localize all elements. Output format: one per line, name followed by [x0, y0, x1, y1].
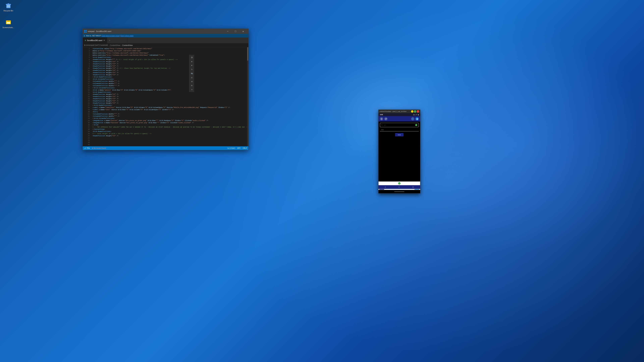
status-error-text: No issues found	[94, 147, 106, 149]
phone-scrollbar-thumb[interactable]	[379, 189, 384, 190]
code-line: xmlns:controls="http://schemas.microsoft…	[91, 52, 247, 54]
breadcrumb-item-project[interactable]: ⊕ mmonpad (net7.0-android)	[84, 44, 108, 46]
app-icon-1[interactable]: ⊕	[380, 117, 383, 120]
line-numbers: 12345 678910 1112131415 1617181920 21222…	[83, 47, 91, 146]
code-line: <Grid.RowDefinitions>	[91, 91, 247, 93]
code-editor[interactable]: <ContentView xmlns="http://schemas.micro…	[91, 47, 247, 146]
code-line: xmlns:controls="http://schemas.microsoft…	[91, 54, 247, 56]
toolbar-zoom-btn[interactable]: ⊕	[190, 80, 194, 83]
phone-status-bar: 3:05 ▲▲ ≋ ▮	[378, 113, 420, 116]
app-input-area: ✎ test	[380, 123, 419, 127]
info-link[interactable]: Click here to learn more	[102, 35, 120, 37]
code-line: <ContentView xmlns="http://schemas.micro…	[91, 48, 247, 50]
svg-point-8	[6, 21, 7, 21]
recycle-bin-icon[interactable]: Recycle Bin	[2, 2, 15, 12]
code-line: <Grid.RowDefinitions>	[91, 131, 247, 133]
vscode-editor-area: 12345 678910 1112131415 1617181920 21222…	[83, 47, 248, 146]
emulator-maximize[interactable]: □	[414, 110, 416, 113]
window-controls: ─ □ ✕	[224, 29, 247, 34]
toolbar-location-btn[interactable]: ◎	[190, 76, 194, 79]
status-branch[interactable]: ⎇ 75%	[84, 147, 90, 149]
status-branch-text: 75%	[86, 147, 90, 149]
screenshots-image	[5, 19, 12, 26]
vscode-scrollbar[interactable]	[247, 47, 248, 146]
status-errors[interactable]: ⊗ No issues found	[92, 147, 106, 149]
tab-close-btn[interactable]: ✕	[103, 39, 105, 41]
breadcrumb-sep-1: ›	[108, 44, 109, 46]
app-check-icon[interactable]: ✓	[398, 182, 400, 185]
emulator-close[interactable]: ✕	[417, 110, 419, 113]
vscode-info-bar: ℹ New to .NET MAUI? Click here to learn …	[83, 34, 248, 37]
breadcrumb-item-2[interactable]: ContentView	[122, 44, 133, 46]
breadcrumb-item-1[interactable]: ContentView	[110, 44, 120, 46]
code-line: <RowDefinition Height="37" />	[91, 69, 247, 72]
app-more-button[interactable]: more	[395, 133, 404, 136]
tab-plus: +	[109, 39, 110, 41]
phone-nav-bar: ‹ ○ □	[378, 185, 420, 189]
code-line: xmlns:x="http://schemas.microsoft.com/wi…	[91, 50, 247, 52]
code-line: <RowDefinition Height="37" />	[91, 98, 247, 100]
toolbar-power-btn[interactable]: ⏻	[190, 55, 194, 59]
status-position-text: Ln 1 Col 1	[228, 147, 235, 149]
status-spaces-text: SPC	[237, 147, 241, 149]
code-line: </Grid.RowDefinitions>	[91, 76, 247, 78]
toolbar-screenshot-btn[interactable]: 📷	[190, 71, 194, 75]
code-line: <ColumnDefinition Width="*" />	[91, 85, 247, 87]
svg-rect-2	[8, 3, 9, 4]
toolbar-volume-down-btn[interactable]: ▼	[190, 63, 194, 67]
info-text: New to .NET MAUI? Click here to learn mo…	[86, 35, 134, 37]
app-icon-3[interactable]: 👤	[411, 117, 414, 120]
code-line: <Entry	[91, 111, 247, 113]
git-icon: ⎇	[84, 147, 86, 149]
emulator-minimize[interactable]: ─	[411, 110, 414, 113]
tab-icon: ⊕	[85, 39, 86, 41]
nav-back-button[interactable]: ‹	[385, 186, 386, 188]
code-line: <Grid.RowDefinitions>	[91, 56, 247, 59]
dont-show-link[interactable]: Don't show again	[121, 35, 134, 37]
code-line: </Grid.ColumnDefinitions>	[91, 87, 247, 89]
status-encoding[interactable]: CRLF	[243, 147, 247, 149]
code-line: <RowDefinition Height="37" />	[91, 96, 247, 98]
code-line: <ColumnDefinition Width="*" />	[91, 80, 247, 83]
code-line: </ContentView>	[91, 128, 247, 131]
code-line: <RowDefinition Height="*" /> <!-- total …	[91, 59, 247, 61]
code-line: </Grid.RowDefinitions>	[91, 104, 247, 107]
nav-recent-button[interactable]: □	[412, 186, 414, 188]
toolbar-close-panel-btn[interactable]: ✕	[190, 88, 194, 91]
code-line: <RowDefinition Height="37" />	[91, 72, 247, 74]
tab-new[interactable]: +	[107, 37, 127, 43]
battery-icon: ▮	[418, 114, 419, 115]
phone-scrollbar[interactable]	[378, 189, 420, 190]
toolbar-settings-btn[interactable]: ⚙	[190, 84, 194, 87]
status-spaces[interactable]: SPC	[237, 147, 241, 149]
code-line: <RowDefinition Height="37" />	[91, 74, 247, 76]
signal-icon: ▲▲	[413, 114, 416, 115]
toolbar-rotate-btn[interactable]: ↻	[190, 67, 194, 71]
code-line: <ImageButton x:Name="button2" Source="bt…	[91, 122, 247, 124]
svg-line-3	[7, 5, 8, 7]
code-line: <!-- total height of grid = 224 (to allo…	[91, 133, 247, 135]
phone-time: 3:05	[380, 114, 383, 115]
code-line: <RowDefinition Height="37" /> <!-- these…	[91, 67, 247, 69]
input-pencil-icon: ✎	[381, 124, 383, 126]
minimize-button[interactable]: ─	[224, 29, 232, 34]
vscode-window: notepad - ScrollBox280.xaml ─ □ ✕ ℹ New …	[82, 29, 248, 150]
tab-scrollbox280[interactable]: ⊕ ScrollBox280.xaml ✕	[83, 37, 107, 43]
toolbar-volume-up-btn[interactable]: ▲	[190, 59, 194, 63]
svg-rect-14	[84, 31, 85, 33]
screenshots-icon[interactable]: Screenshots...	[2, 18, 15, 29]
nav-home-button[interactable]: ○	[398, 186, 400, 188]
status-position[interactable]: Ln 1 Col 1	[228, 147, 235, 149]
app-text-value: test	[380, 128, 419, 131]
app-icon-4[interactable]: ▦	[416, 117, 419, 120]
phone-scrollbar-thumb-right[interactable]	[414, 189, 420, 190]
app-check-area: ✓	[378, 182, 420, 185]
app-icon-2[interactable]: ⇄	[384, 117, 388, 120]
scrollbar-thumb[interactable]	[247, 47, 248, 61]
code-line: <ImageButton x:Name="button" Source="btn…	[91, 120, 247, 122]
code-line: <Label x:Name="labelTest" Source Grid.Ro…	[91, 107, 247, 109]
code-line: <ColumnDefinition Width="*" />	[91, 83, 247, 85]
maximize-button[interactable]: □	[232, 29, 239, 34]
app-content: ✎ test test more	[378, 121, 420, 182]
close-button[interactable]: ✕	[239, 29, 247, 34]
